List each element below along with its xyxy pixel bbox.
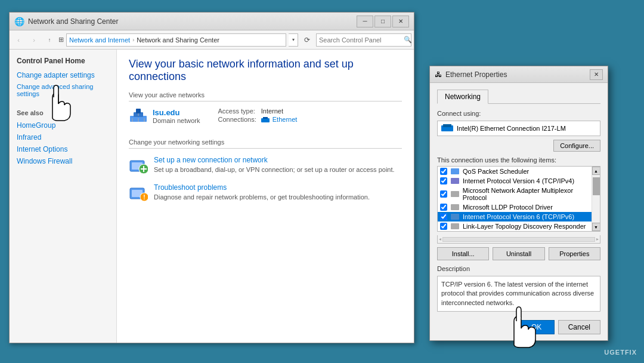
network-icon (129, 107, 148, 124)
tab-networking[interactable]: Networking (437, 90, 488, 104)
title-bar: 🌐 Network and Sharing Center ─ □ ✕ (10, 13, 414, 30)
checkbox-qos[interactable] (440, 168, 447, 175)
troubleshoot-icon: ! (129, 183, 148, 202)
dialog-bottom-buttons: OK Cancel (437, 318, 600, 334)
access-info: Access type: Internet Connections: Ether… (218, 107, 297, 123)
scroll-down-button[interactable]: ▼ (592, 223, 600, 231)
item-icon-lldp (451, 204, 459, 210)
change-settings-label: Change your networking settings (129, 139, 402, 149)
ethernet-icon (261, 117, 270, 123)
action-title-new-connection[interactable]: Set up a new connection or network (154, 156, 395, 164)
close-button[interactable]: ✕ (392, 16, 409, 27)
forward-button[interactable]: › (27, 33, 41, 47)
main-window: 🌐 Network and Sharing Center ─ □ ✕ ‹ › ↑… (9, 12, 414, 343)
dialog-tab-bar: Networking (437, 89, 600, 104)
sidebar-link-homegroup[interactable]: HomeGroup (17, 121, 109, 130)
svg-rect-26 (451, 223, 459, 229)
scroll-up-button[interactable]: ▲ (592, 167, 600, 175)
new-connection-svg (129, 156, 148, 175)
watermark: UGETFIX (604, 349, 637, 356)
checkbox-ipv6[interactable] (440, 213, 447, 220)
network-type: Domain network (153, 117, 200, 124)
dialog-close-button[interactable]: ✕ (590, 69, 603, 80)
description-box: TCP/IP version 6. The latest version of … (437, 276, 600, 312)
dialog-title-left: 🖧 Ethernet Properties (435, 70, 507, 79)
list-item-mapper[interactable]: Link-Layer Topology Discovery Mapper I/O… (438, 231, 600, 232)
sidebar-link-firewall[interactable]: Windows Firewall (17, 157, 109, 165)
minimize-button[interactable]: ─ (357, 16, 373, 27)
network-identity: lsu.edu Domain network (129, 107, 200, 127)
up-button[interactable]: ↑ (43, 33, 56, 47)
breadcrumb-sep-1: › (132, 37, 134, 43)
items-label: This connection uses the following items… (437, 156, 600, 164)
list-item-ipv4[interactable]: Internet Protocol Version 4 (TCP/IPv4) (438, 176, 600, 186)
checkbox-ipv4[interactable] (440, 177, 447, 184)
list-item-lldp[interactable]: Microsoft LLDP Protocol Driver (438, 202, 600, 212)
dialog-action-buttons: Install... Uninstall Properties (437, 247, 600, 260)
window-icon: 🌐 (14, 17, 24, 26)
scroll-track (442, 237, 595, 242)
svg-rect-21 (451, 168, 459, 174)
checkbox-multiplexor[interactable] (440, 190, 447, 198)
item-label-ipv6: Internet Protocol Version 6 (TCP/IPv6) (463, 213, 574, 220)
svg-rect-8 (263, 117, 268, 119)
list-item-multiplexor[interactable]: Microsoft Network Adapter Multiplexor Pr… (438, 186, 600, 202)
svg-rect-25 (451, 214, 459, 220)
scroll-right-icon: ▸ (596, 236, 599, 242)
item-icon-ipv6 (451, 214, 459, 220)
action-text-troubleshoot: Troubleshoot problems Diagnose and repai… (154, 183, 370, 202)
dialog-title-bar: 🖧 Ethernet Properties ✕ (430, 66, 608, 83)
action-item-new-connection: Set up a new connection or network Set u… (129, 156, 402, 175)
item-label-lldp: Microsoft LLDP Protocol Driver (463, 204, 553, 211)
network-name[interactable]: lsu.edu (153, 108, 200, 117)
svg-rect-24 (451, 204, 459, 210)
back-button[interactable]: ‹ (12, 33, 25, 47)
address-dropdown[interactable]: ▾ (289, 33, 298, 47)
connections-value[interactable]: Ethernet (261, 116, 298, 123)
checkbox-lldp[interactable] (440, 204, 447, 211)
svg-text:!: ! (143, 194, 145, 201)
checkbox-responder[interactable] (440, 223, 447, 230)
configure-button[interactable]: Configure... (553, 140, 600, 152)
sidebar-link-advanced[interactable]: Change advanced sharing settings (17, 83, 109, 97)
search-input[interactable] (319, 36, 401, 44)
adapter-icon (441, 124, 453, 133)
sidebar-link-adapter[interactable]: Change adapter settings (17, 71, 109, 79)
action-desc-troubleshoot: Diagnose and repair network problems, or… (154, 193, 370, 202)
ok-button[interactable]: OK (519, 320, 555, 334)
properties-button[interactable]: Properties (549, 247, 600, 260)
list-item-ipv6[interactable]: Internet Protocol Version 6 (TCP/IPv6) (438, 212, 600, 222)
item-label-multiplexor: Microsoft Network Adapter Multiplexor Pr… (463, 187, 597, 201)
svg-rect-2 (136, 109, 141, 113)
dialog-icon: 🖧 (435, 70, 442, 79)
sidebar-link-infrared[interactable]: Infrared (17, 133, 109, 141)
item-icon-ipv4 (451, 178, 459, 184)
sidebar-link-internet-options[interactable]: Internet Options (17, 145, 109, 153)
description-label: Description (437, 265, 600, 272)
cancel-button[interactable]: Cancel (558, 320, 600, 334)
list-item-responder[interactable]: Link-Layer Topology Discovery Responder (438, 222, 600, 231)
breadcrumb-network-internet[interactable]: Network and Internet (69, 36, 130, 44)
horizontal-scrollbar[interactable]: ◂ ▸ (437, 235, 600, 244)
search-icon: 🔍 (404, 36, 412, 44)
title-controls: ─ □ ✕ (357, 16, 409, 27)
breadcrumb-sharing-center: Network and Sharing Center (137, 36, 219, 44)
adapter-name: Intel(R) Ethernet Connection I217-LM (457, 125, 566, 132)
search-box: 🔍 (316, 33, 411, 47)
list-scrollbar[interactable]: ▲ ▼ (592, 167, 600, 231)
svg-rect-20 (443, 124, 451, 127)
breadcrumb: Network and Internet › Network and Shari… (66, 33, 286, 47)
refresh-button[interactable]: ⟳ (301, 33, 314, 47)
action-title-troubleshoot[interactable]: Troubleshoot problems (154, 183, 370, 192)
maximize-button[interactable]: □ (374, 16, 391, 27)
install-button[interactable]: Install... (437, 247, 489, 260)
title-bar-left: 🌐 Network and Sharing Center (14, 17, 118, 26)
scroll-thumb[interactable] (593, 177, 600, 195)
list-item-qos[interactable]: QoS Packet Scheduler (438, 167, 600, 176)
see-also-title: See also (17, 109, 109, 116)
connections-label: Connections: (218, 116, 256, 123)
address-bar: ‹ › ↑ ⊞ Network and Internet › Network a… (10, 30, 414, 50)
uninstall-button[interactable]: Uninstall (493, 247, 544, 260)
action-text-new-connection: Set up a new connection or network Set u… (154, 156, 395, 174)
action-desc-new-connection: Set up a broadband, dial-up, or VPN conn… (154, 165, 395, 174)
